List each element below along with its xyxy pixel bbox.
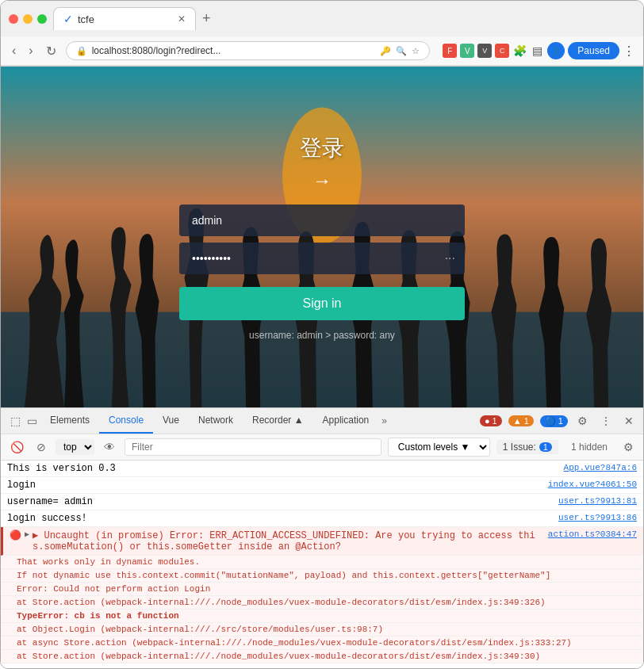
new-tab-button[interactable]: + [196,9,217,29]
console-line-text: This is version 0.3 [7,463,558,474]
minimize-button[interactable] [23,14,33,24]
tab-recorder[interactable]: Recorder ▲ [243,408,313,434]
console-line-source[interactable]: user.ts?9913:81 [552,496,637,506]
ext-puzzle[interactable]: 🧩 [512,44,527,58]
console-filter-input[interactable] [125,438,381,456]
console-line-text: username= admin [7,496,552,507]
eye-toggle-button[interactable]: 👁 [101,438,118,457]
error-detail-line: If not dynamic use this.context.commit("… [1,569,643,583]
error-main-text: ▶ Uncaught (in promise) Error: ERR_ACTIO… [33,529,542,552]
console-error-line: 🔴 ▶ ▶ Uncaught (in promise) Error: ERR_A… [1,527,643,556]
tab-network[interactable]: Network [189,408,243,434]
forward-button[interactable]: › [25,42,36,59]
error-detail-7: at async Store.action (webpack-internal:… [17,638,637,648]
console-filter-button[interactable]: ⊘ [33,438,49,457]
console-line-source[interactable]: index.vue?4061:50 [542,480,637,489]
password-wrapper: ··· [179,243,465,274]
error-detail-line: That works only in dynamic modules. [1,556,643,569]
console-toolbar: 🚫 ⊘ top 👁 Custom levels ▼ 1 Issue: 1 1 h… [1,434,643,461]
error-icon: 🔴 [10,529,21,541]
browser-tab[interactable]: ✓ tcfe ✕ [53,7,196,30]
ext-vuejs[interactable]: V [460,44,474,58]
ext-ext1[interactable]: V [477,44,492,58]
error-detail-3: Error: Could not perform action Login [17,584,637,594]
custom-levels-select[interactable]: Custom levels ▼ [388,438,490,457]
bookmark-icon: ☆ [412,46,420,56]
issues-count: 1 [539,442,552,452]
maximize-button[interactable] [37,14,47,24]
search-icon: 🔍 [396,46,407,56]
login-arrow: → [179,170,465,192]
url-text: localhost:8080/login?redirect... [92,45,376,56]
expand-arrow-icon[interactable]: ▶ [25,529,29,539]
execution-context-select[interactable]: top [56,439,94,455]
avatar-area: 👤 Paused [547,42,619,59]
sign-in-button[interactable]: Sign in [179,287,465,320]
console-line: login index.vue?4061:50 [1,477,643,494]
password-input[interactable] [179,243,465,274]
devtools-close-button[interactable]: ✕ [621,411,637,430]
tab-favicon: ✓ [63,13,73,25]
username-input[interactable] [179,205,465,236]
reload-button[interactable]: ↻ [43,42,59,60]
console-line: This is version 0.3 App.vue?847a:6 [1,461,643,477]
console-line: username= admin user.ts?9913:81 [1,494,643,510]
tab-application[interactable]: Application [313,408,379,434]
error-detail-line: TypeError: cb is not a function [1,610,643,623]
error-source[interactable]: action.ts?0384:47 [542,529,637,539]
devtools-tabs: ⬚ ▭ Elements Console Vue Network Recorde… [1,408,643,434]
devtools-inspect-button[interactable]: ⬚ [7,411,24,430]
error-detail-line: Error: Could not perform action Login [1,583,643,596]
error-detail-8: at Store.action (webpack-internal:///./n… [17,652,637,661]
tab-close-button[interactable]: ✕ [178,13,186,25]
tab-vue[interactable]: Vue [153,408,189,434]
error-detail-2: If not dynamic use this.context.commit("… [17,571,637,580]
browser-chrome: ✓ tcfe ✕ + ‹ › ↻ 🔒 localhost:8080/login?… [1,1,643,67]
password-toggle-icon[interactable]: ··· [445,251,455,266]
devtools-settings-button[interactable]: ⚙ [574,411,591,430]
issues-badge: 1 Issue: 1 [496,440,558,454]
console-settings-button[interactable]: ⚙ [620,438,637,457]
paused-button[interactable]: Paused [568,42,619,59]
ext-feedly[interactable]: F [443,44,457,58]
console-output: This is version 0.3 App.vue?847a:6 login… [1,461,643,669]
error-detail-5: TypeError: cb is not a function [17,611,637,621]
url-bar[interactable]: 🔒 localhost:8080/login?redirect... 🔑 🔍 ☆ [66,41,431,60]
devtools-device-button[interactable]: ▭ [24,411,40,430]
browser-nav: ‹ › ↻ 🔒 localhost:8080/login?redirect...… [1,36,643,66]
console-line-text: login [7,480,542,491]
error-detail-line: at async Store.action (webpack-internal:… [1,637,643,650]
browser-extensions: F V V C 🧩 ▤ 👤 Paused ⋮ [443,42,635,59]
more-tabs-button[interactable]: » [378,409,390,433]
issues-label: 1 Issue: [503,442,536,453]
console-clear-button[interactable]: 🚫 [7,438,27,457]
back-button[interactable]: ‹ [9,42,19,59]
error-count-badge: ● 1 [480,415,502,426]
console-line: login success! user.ts?9913:86 [1,510,643,527]
devtools-tabs-right: ● 1 ▲ 1 🔵 1 ⚙ ⋮ ✕ [480,411,637,430]
console-line-source[interactable]: user.ts?9913:86 [552,513,637,522]
login-container: 登录 → ··· Sign in username: admin > passw… [179,133,465,341]
error-detail-line: at Object.Login (webpack-internal:///./s… [1,623,643,637]
devtools-more-button[interactable]: ⋮ [597,411,615,430]
info-count-badge: 🔵 1 [540,415,568,427]
error-detail-1: That works only in dynamic modules. [17,557,637,567]
url-key-icon: 🔑 [380,46,391,56]
user-avatar[interactable]: 👤 [547,42,565,59]
ext-ext2[interactable]: C [495,44,509,58]
browser-menu-button[interactable]: ⋮ [623,44,635,59]
console-line-source[interactable]: App.vue?847a:6 [558,463,637,472]
tab-elements[interactable]: Elements [40,408,99,434]
url-lock-icon: 🔒 [76,46,87,56]
tab-title: tcfe [78,13,94,25]
ext-sidebar[interactable]: ▤ [530,44,544,58]
title-bar: ✓ tcfe ✕ + [1,1,643,36]
console-line-text: login success! [7,513,552,524]
tab-console[interactable]: Console [99,408,153,434]
login-hint: username: admin > password: any [179,330,465,341]
error-detail-6: at Object.Login (webpack-internal:///./s… [17,625,637,634]
login-title: 登录 [179,133,465,163]
close-button[interactable] [9,14,18,24]
error-detail-4: at Store.action (webpack-internal:///./n… [17,598,637,607]
hidden-count: 1 hidden [565,440,614,454]
